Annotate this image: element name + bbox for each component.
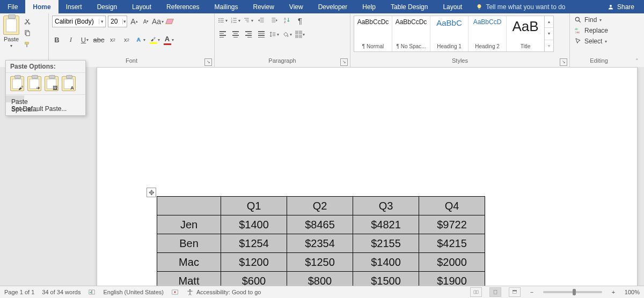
table-cell[interactable]: $2155 bbox=[353, 234, 419, 253]
tab-table-layout[interactable]: Layout bbox=[435, 0, 470, 13]
subscript-button[interactable]: x2 bbox=[108, 35, 118, 44]
copy-button[interactable] bbox=[23, 28, 32, 38]
table-cell[interactable]: Ben bbox=[157, 234, 221, 253]
table-row[interactable]: Mac$1200$1250$1400$2000 bbox=[157, 253, 485, 272]
paste-dropdown-icon[interactable]: ▾ bbox=[10, 43, 12, 48]
tab-file[interactable]: File bbox=[0, 0, 25, 13]
paste-keep-source-button[interactable]: 🖌 bbox=[10, 76, 24, 91]
view-print-button[interactable] bbox=[489, 287, 501, 297]
shrink-font-button[interactable]: A▾ bbox=[141, 17, 151, 26]
table-cell[interactable]: $800 bbox=[287, 272, 353, 287]
paragraph-dialog-launcher[interactable]: ↘ bbox=[340, 58, 348, 66]
table-cell[interactable]: Mac bbox=[157, 253, 221, 272]
increase-indent-button[interactable] bbox=[269, 16, 279, 25]
tab-view[interactable]: View bbox=[282, 0, 311, 13]
table-cell[interactable]: $1400 bbox=[221, 215, 287, 234]
font-dialog-launcher[interactable]: ↘ bbox=[204, 58, 212, 66]
paste-button[interactable]: Paste ▾ bbox=[3, 16, 19, 48]
grow-font-button[interactable]: A▴ bbox=[129, 17, 139, 26]
view-web-button[interactable] bbox=[509, 287, 521, 297]
tab-insert[interactable]: Insert bbox=[58, 0, 90, 13]
align-center-button[interactable] bbox=[231, 29, 240, 39]
view-read-button[interactable] bbox=[470, 287, 482, 297]
tab-references[interactable]: References bbox=[159, 0, 207, 13]
table-cell[interactable]: $2000 bbox=[419, 253, 485, 272]
table-cell[interactable]: $600 bbox=[221, 272, 287, 287]
style-title[interactable]: AaBTitle bbox=[507, 16, 544, 51]
font-size-combo[interactable]: ▾ bbox=[108, 16, 127, 27]
format-painter-button[interactable] bbox=[23, 40, 32, 50]
shading-button[interactable]: ▾ bbox=[282, 29, 292, 39]
share-button[interactable]: Share bbox=[598, 0, 644, 13]
underline-button[interactable]: U▾ bbox=[80, 35, 90, 44]
style-heading1[interactable]: AaBbCHeading 1 bbox=[430, 16, 469, 51]
borders-button[interactable]: ▾ bbox=[295, 29, 305, 39]
paste-text-only-button[interactable]: A bbox=[62, 76, 76, 91]
change-case-button[interactable]: Aa▾ bbox=[153, 17, 163, 26]
select-button[interactable]: Select▾ bbox=[573, 37, 609, 46]
chevron-down-icon[interactable]: ▾ bbox=[99, 19, 105, 24]
chevron-down-icon[interactable]: ▾ bbox=[122, 19, 127, 24]
table-cell[interactable]: $2354 bbox=[287, 234, 353, 253]
find-button[interactable]: Find▾ bbox=[573, 16, 609, 24]
table-cell[interactable]: $1200 bbox=[221, 253, 287, 272]
line-spacing-button[interactable]: ▾ bbox=[269, 29, 279, 39]
sort-button[interactable]: AZ bbox=[282, 16, 292, 25]
table-cell[interactable]: $1254 bbox=[221, 234, 287, 253]
paste-special-item[interactable]: Paste Special... bbox=[6, 95, 24, 102]
zoom-level[interactable]: 100% bbox=[625, 289, 640, 295]
show-marks-button[interactable]: ¶ bbox=[295, 16, 305, 25]
align-left-button[interactable] bbox=[218, 29, 228, 39]
table-header-cell[interactable]: Q3 bbox=[353, 197, 419, 215]
table-cell[interactable]: $1400 bbox=[353, 253, 419, 272]
table-cell[interactable]: $4821 bbox=[353, 215, 419, 234]
zoom-slider[interactable] bbox=[543, 291, 602, 293]
document-table[interactable]: Q1 Q2 Q3 Q4 Jen$1400$8465$4821$9722 Ben$… bbox=[157, 196, 485, 286]
table-cell[interactable]: Jen bbox=[157, 215, 221, 234]
numbering-button[interactable]: 123▾ bbox=[231, 16, 240, 25]
tab-table-design[interactable]: Table Design bbox=[383, 0, 435, 13]
table-header-cell[interactable]: Q2 bbox=[287, 197, 353, 215]
status-page[interactable]: Page 1 of 1 bbox=[4, 289, 34, 295]
table-header-row[interactable]: Q1 Q2 Q3 Q4 bbox=[157, 197, 485, 215]
bullets-button[interactable]: ▾ bbox=[218, 16, 228, 25]
table-cell[interactable]: $1900 bbox=[419, 272, 485, 287]
cut-button[interactable] bbox=[23, 17, 32, 26]
multilevel-list-button[interactable]: ▾ bbox=[244, 16, 253, 25]
font-name-input[interactable] bbox=[53, 18, 99, 25]
paste-merge-formatting-button[interactable]: ➜ bbox=[27, 76, 41, 91]
style-normal[interactable]: AaBbCcDc¶ Normal bbox=[354, 16, 392, 51]
document-area[interactable]: ✥ Q1 Q2 Q3 Q4 Jen$1400$8465$4821$9722 Be… bbox=[0, 67, 644, 286]
tab-mailings[interactable]: Mailings bbox=[207, 0, 245, 13]
table-cell[interactable]: $9722 bbox=[419, 215, 485, 234]
table-row[interactable]: Matt$600$800$1500$1900 bbox=[157, 272, 485, 287]
replace-button[interactable]: abac Replace bbox=[573, 26, 609, 35]
status-word-count[interactable]: 34 of 34 words bbox=[42, 289, 80, 295]
strikethrough-button[interactable]: abc bbox=[94, 35, 104, 44]
font-size-input[interactable] bbox=[108, 18, 122, 25]
table-move-handle[interactable]: ✥ bbox=[147, 188, 156, 197]
font-name-combo[interactable]: ▾ bbox=[52, 16, 106, 27]
zoom-thumb[interactable] bbox=[573, 289, 576, 295]
table-header-cell[interactable]: Q4 bbox=[419, 197, 485, 215]
zoom-out-button[interactable]: − bbox=[528, 289, 536, 295]
table-row[interactable]: Ben$1254$2354$2155$4215 bbox=[157, 234, 485, 253]
tab-layout[interactable]: Layout bbox=[125, 0, 159, 13]
styles-scroll-up[interactable]: ▴ bbox=[545, 16, 553, 28]
table-cell[interactable]: $1500 bbox=[353, 272, 419, 287]
justify-button[interactable] bbox=[257, 29, 266, 39]
superscript-button[interactable]: x2 bbox=[122, 35, 131, 44]
tab-help[interactable]: Help bbox=[355, 0, 383, 13]
paste-picture-button[interactable]: 🖼 bbox=[45, 76, 58, 91]
decrease-indent-button[interactable] bbox=[257, 16, 266, 25]
style-no-spacing[interactable]: AaBbCcDc¶ No Spac... bbox=[392, 16, 430, 51]
status-accessibility[interactable]: Accessibility: Good to go bbox=[186, 288, 261, 296]
align-right-button[interactable] bbox=[244, 29, 253, 39]
tab-design[interactable]: Design bbox=[90, 0, 125, 13]
tell-me-search[interactable]: Tell me what you want to do bbox=[470, 0, 572, 13]
table-cell[interactable]: $1250 bbox=[287, 253, 353, 272]
status-spellcheck[interactable] bbox=[88, 288, 96, 296]
table-header-cell[interactable]: Q1 bbox=[221, 197, 287, 215]
highlight-button[interactable]: ▾ bbox=[150, 35, 159, 44]
font-color-button[interactable]: A ▾ bbox=[164, 35, 173, 44]
